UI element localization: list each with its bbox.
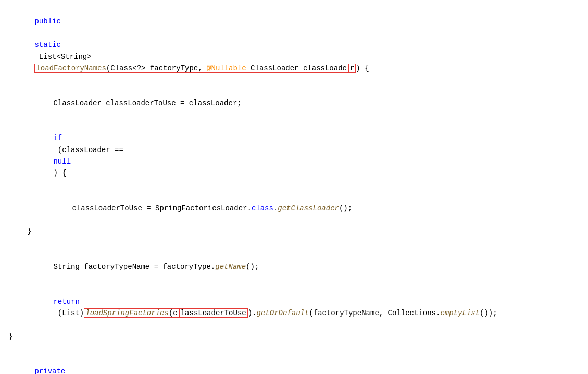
- classloadertoUse-box: lassLoaderToUse: [179, 308, 248, 318]
- line-content: if (classLoader == null ) {: [27, 121, 128, 191]
- code-line: if (classLoader == null ) {: [19, 121, 588, 191]
- line-content: private static Map<String, List<String>>…: [8, 354, 153, 374]
- code-line: public static List<String> loadFactoryNa…: [0, 4, 588, 86]
- keyword-static: static: [34, 41, 60, 49]
- code-line-empty: [0, 342, 588, 354]
- line-content: return (List)loadSpringFactories(classLo…: [27, 284, 497, 331]
- code-container: public static List<String> loadFactoryNa…: [0, 0, 588, 374]
- code-line: }: [0, 331, 588, 342]
- code-line: classLoaderToUse = SpringFactoriesLoader…: [37, 191, 588, 226]
- code-line: return (List)loadSpringFactories(classLo…: [19, 284, 588, 331]
- code-line: private static Map<String, List<String>>…: [0, 354, 588, 374]
- line-content: public static List<String> loadFactoryNa…: [8, 4, 369, 86]
- keyword-public: public: [34, 17, 60, 26]
- loader-param-end: r: [348, 64, 356, 73]
- code-line: String factoryTypeName = factoryType.get…: [19, 249, 588, 284]
- method-loadfactorynames: loadFactoryNames(Class<?> factoryType, @…: [34, 64, 348, 73]
- code-line: ClassLoader classLoaderToUse = classLoad…: [19, 86, 588, 121]
- method-loadspringfactories-call: loadSpringFactories(c: [84, 308, 179, 318]
- code-line: }: [19, 226, 588, 237]
- line-content: classLoaderToUse = SpringFactoriesLoader…: [46, 191, 352, 226]
- line-content: ClassLoader classLoaderToUse = classLoad…: [27, 86, 242, 121]
- line-content: String factoryTypeName = factoryType.get…: [27, 249, 259, 284]
- code-line-empty: [0, 238, 588, 249]
